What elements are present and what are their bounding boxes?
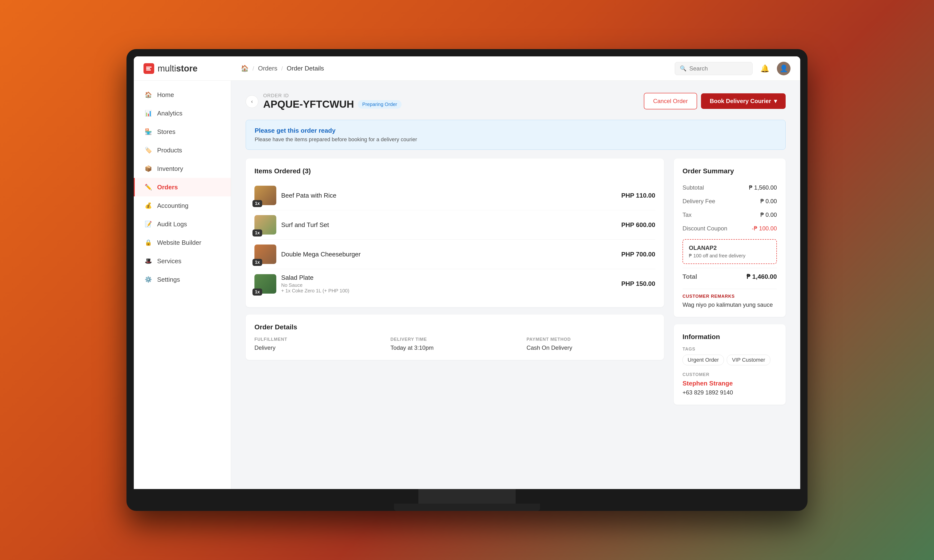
tag-vip: VIP Customer (727, 355, 770, 365)
app: multistore 🏠 / Orders / Order Details 🔍 … (134, 56, 800, 489)
payment-method-value: Cash On Delivery (527, 345, 655, 351)
inventory-icon: 📦 (145, 165, 152, 172)
breadcrumb: 🏠 / Orders / Order Details (241, 65, 675, 72)
monitor-stand (418, 489, 516, 504)
sidebar-item-products[interactable]: 🏷️ Products (134, 141, 231, 160)
order-details-grid: FULFILLMENT Delivery DELIVERY TIME Today… (254, 337, 655, 351)
summary-delivery-row: Delivery Fee ₱ 0.00 (683, 194, 777, 208)
search-box[interactable]: 🔍 (675, 62, 752, 75)
total-label: Total (683, 273, 697, 280)
svg-rect-1 (146, 68, 150, 69)
sidebar-item-services[interactable]: 🎩 Services (134, 252, 231, 270)
item-price-1: PHP 110.00 (621, 192, 655, 199)
orders-icon: ✏️ (145, 183, 152, 191)
order-id-label: ORDER ID (263, 93, 402, 98)
breadcrumb-sep-1: / (253, 65, 254, 72)
summary-tax-row: Tax ₱ 0.00 (683, 208, 777, 222)
item-qty-3: 1x (253, 259, 262, 266)
breadcrumb-home[interactable]: 🏠 (241, 65, 248, 72)
content-area: ‹ ORDER ID APQUE-YFTCWUH Preparing Order… (231, 81, 800, 489)
summary-total-row: Total ₱ 1,460.00 (683, 268, 777, 284)
sidebar-label-orders: Orders (157, 183, 178, 191)
items-section: Items Ordered (3) 1x Beef Pata with Rice (246, 158, 664, 307)
divider-1 (683, 289, 777, 289)
item-details-2: Surf and Turf Set (281, 221, 617, 229)
search-input[interactable] (689, 65, 748, 72)
sidebar-item-settings[interactable]: ⚙️ Settings (134, 270, 231, 289)
delivery-time-col: DELIVERY TIME Today at 3:10pm (390, 337, 519, 351)
sidebar-label-stores: Stores (157, 128, 176, 135)
sidebar-label-home: Home (157, 91, 174, 99)
sidebar-item-orders[interactable]: ✏️ Orders (134, 178, 231, 196)
tax-value: ₱ 0.00 (760, 211, 777, 218)
items-section-title: Items Ordered (3) (254, 167, 655, 175)
item-name-4: Salad Plate (281, 274, 617, 282)
coupon-desc: ₱ 100 off and free delivery (689, 253, 771, 258)
item-name-3: Double Mega Cheeseburger (281, 251, 617, 258)
sidebar-item-audit-logs[interactable]: 📝 Audit Logs (134, 215, 231, 233)
tag-urgent: Urgent Order (683, 355, 724, 365)
discount-value: -₱ 100.00 (752, 225, 777, 232)
logo: multistore (143, 63, 241, 74)
order-summary-title: Order Summary (683, 167, 777, 175)
delivery-fee-label: Delivery Fee (683, 198, 715, 205)
tax-label: Tax (683, 211, 692, 218)
item-price-4: PHP 150.00 (621, 280, 655, 288)
accounting-icon: 💰 (145, 202, 152, 209)
logo-text: multistore (157, 63, 197, 74)
book-courier-button[interactable]: Book Delivery Courier ▾ (701, 93, 786, 109)
info-banner-text: Please have the items prepared before bo… (255, 136, 777, 143)
item-qty-4: 1x (253, 289, 262, 295)
cancel-order-button[interactable]: Cancel Order (644, 93, 697, 109)
remarks-text: Wag niyo po kalimutan yung sauce (683, 302, 777, 308)
dropdown-arrow-icon: ▾ (774, 98, 777, 105)
delivery-time-label: DELIVERY TIME (390, 337, 519, 342)
logo-bold: store (176, 63, 197, 74)
breadcrumb-orders[interactable]: Orders (258, 65, 277, 72)
sidebar: 🏠 Home 📊 Analytics 🏪 Stores 🏷️ Products (134, 81, 231, 489)
summary-subtotal-row: Subtotal ₱ 1,560.00 (683, 181, 777, 194)
order-summary-section: Order Summary Subtotal ₱ 1,560.00 Delive… (674, 158, 786, 317)
sidebar-label-settings: Settings (157, 276, 180, 283)
notification-button[interactable]: 🔔 (758, 62, 771, 75)
item-details-4: Salad Plate No Sauce + 1x Coke Zero 1L (… (281, 274, 617, 294)
order-item-4: 1x Salad Plate No Sauce + 1x Coke Zero 1… (254, 269, 655, 298)
coupon-code: OLANAP2 (689, 245, 771, 251)
back-button[interactable]: ‹ (246, 95, 258, 108)
sidebar-item-inventory[interactable]: 📦 Inventory (134, 160, 231, 178)
summary-discount-row: Discount Coupon -₱ 100.00 (683, 222, 777, 235)
item-img-wrap-1: 1x (254, 186, 276, 205)
sidebar-item-website-builder[interactable]: 🔒 Website Builder (134, 233, 231, 252)
stores-icon: 🏪 (145, 128, 152, 135)
information-title: Information (683, 333, 777, 341)
order-actions: Cancel Order Book Delivery Courier ▾ (644, 93, 786, 109)
website-builder-icon: 🔒 (145, 239, 152, 246)
item-price-2: PHP 600.00 (621, 221, 655, 229)
item-name-1: Beef Pata with Rice (281, 192, 617, 199)
coupon-box: OLANAP2 ₱ 100 off and free delivery (683, 239, 777, 264)
item-name-2: Surf and Turf Set (281, 221, 617, 229)
item-details-3: Double Mega Cheeseburger (281, 251, 617, 258)
main-area: 🏠 Home 📊 Analytics 🏪 Stores 🏷️ Products (134, 81, 800, 489)
fulfillment-value: Delivery (254, 345, 383, 351)
sidebar-item-accounting[interactable]: 💰 Accounting (134, 196, 231, 215)
breadcrumb-order-details[interactable]: Order Details (287, 65, 324, 72)
sidebar-label-analytics: Analytics (157, 109, 182, 117)
customer-name[interactable]: Stephen Strange (683, 380, 777, 387)
settings-icon: ⚙️ (145, 275, 152, 283)
delivery-fee-value: ₱ 0.00 (760, 198, 777, 205)
subtotal-value: ₱ 1,560.00 (749, 184, 777, 191)
subtotal-label: Subtotal (683, 184, 704, 191)
order-details-section: Order Details FULFILLMENT Delivery DELIV… (246, 314, 664, 360)
payment-method-col: PAYMENT METHOD Cash On Delivery (527, 337, 655, 351)
sidebar-label-products: Products (157, 146, 182, 154)
sidebar-label-accounting: Accounting (157, 202, 188, 209)
sidebar-item-stores[interactable]: 🏪 Stores (134, 123, 231, 141)
svg-rect-0 (146, 66, 151, 68)
sidebar-item-analytics[interactable]: 📊 Analytics (134, 104, 231, 123)
order-item-3: 1x Double Mega Cheeseburger PHP 700.00 (254, 240, 655, 269)
info-banner-title: Please get this order ready (255, 127, 777, 134)
item-img-wrap-4: 1x (254, 274, 276, 294)
sidebar-item-home[interactable]: 🏠 Home (134, 86, 231, 104)
svg-rect-2 (146, 69, 151, 71)
